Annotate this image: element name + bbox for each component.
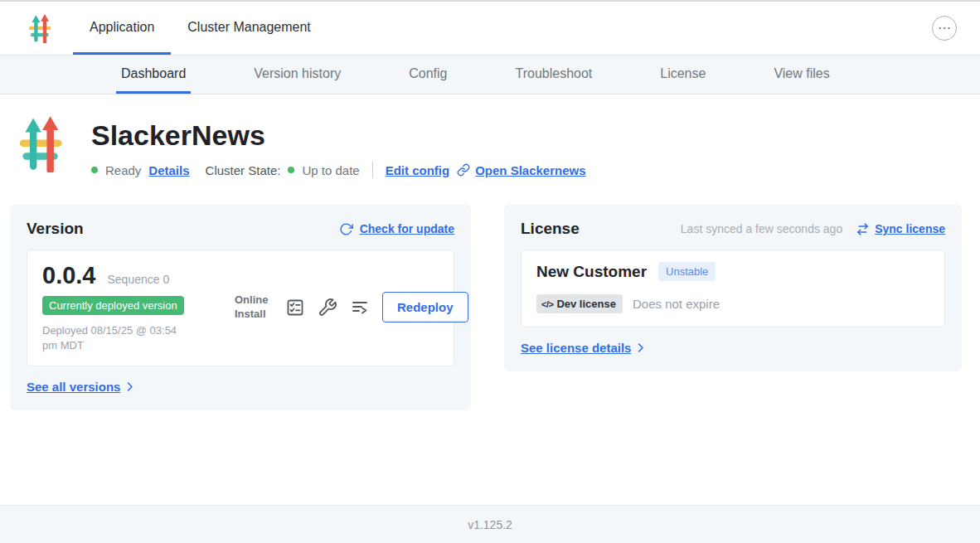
tab-view-files[interactable]: View files <box>769 56 834 94</box>
external-link-icon <box>457 163 470 177</box>
tab-license[interactable]: License <box>655 56 711 94</box>
version-number: 0.0.4 <box>42 262 96 289</box>
slackernews-logo-icon <box>28 14 53 43</box>
check-for-update-label: Check for update <box>360 222 454 235</box>
edit-config-link[interactable]: Edit config <box>386 163 450 177</box>
last-synced-label: Last synced a few seconds ago <box>681 222 842 235</box>
tab-version-history[interactable]: Version history <box>249 56 346 94</box>
app-header-bar: Application Cluster Management ⋯ <box>0 2 980 55</box>
license-type-badge: </> Dev license <box>536 294 623 313</box>
open-app-link-label: Open Slackernews <box>475 163 585 177</box>
cluster-state-label: Cluster State: <box>206 163 281 177</box>
check-for-update-link[interactable]: Check for update <box>339 222 454 236</box>
expiry-label: Does not expire <box>633 297 720 311</box>
tab-config[interactable]: Config <box>404 56 452 94</box>
page-title: SlackerNews <box>91 119 586 152</box>
see-all-versions-link[interactable]: See all versions <box>27 380 454 394</box>
version-card: Version Check for update 0.0.4 <box>10 205 471 410</box>
tab-application[interactable]: Application <box>73 2 171 55</box>
app-status-row: Ready Details Cluster State: Up to date … <box>91 162 586 178</box>
version-card-title: Version <box>27 220 84 238</box>
cluster-state-dot <box>288 167 294 173</box>
status-divider <box>372 162 373 178</box>
refresh-icon <box>339 222 353 236</box>
license-type-label: Dev license <box>556 298 616 310</box>
deployed-badge: Currently deployed version <box>42 296 184 315</box>
ready-status-dot <box>91 167 98 173</box>
tab-dashboard[interactable]: Dashboard <box>116 56 191 94</box>
details-link[interactable]: Details <box>148 163 189 177</box>
release-notes-icon[interactable] <box>285 298 305 318</box>
sequence-label: Sequence 0 <box>108 273 170 286</box>
app-icon <box>18 116 66 178</box>
customer-name: New Customer <box>536 263 647 281</box>
chevron-right-icon <box>124 381 136 393</box>
license-card-title: License <box>521 220 580 238</box>
dashboard-main: SlackerNews Ready Details Cluster State:… <box>0 95 980 505</box>
deploy-logs-icon[interactable] <box>350 298 370 318</box>
license-details-panel: New Customer Unstable </> Dev license Do… <box>521 250 945 327</box>
code-icon: </> <box>541 299 553 309</box>
app-title-block: SlackerNews Ready Details Cluster State:… <box>18 116 970 178</box>
config-wrench-icon[interactable] <box>318 298 337 318</box>
tab-troubleshoot[interactable]: Troubleshoot <box>510 56 597 94</box>
see-license-details-link[interactable]: See license details <box>521 341 945 355</box>
see-license-details-label: See license details <box>521 341 631 355</box>
console-version-label: v1.125.2 <box>468 518 512 531</box>
cluster-state-value: Up to date <box>302 163 359 177</box>
ready-status-label: Ready <box>105 163 141 177</box>
see-all-versions-label: See all versions <box>27 380 120 394</box>
app-subnav: Dashboard Version history Config Trouble… <box>0 55 980 95</box>
redeploy-button[interactable]: Redeploy <box>382 292 468 322</box>
sync-license-link[interactable]: Sync license <box>856 222 945 236</box>
sync-license-label: Sync license <box>875 222 945 235</box>
channel-badge: Unstable <box>658 262 716 281</box>
more-options-button[interactable]: ⋯ <box>932 16 957 41</box>
tab-cluster-management[interactable]: Cluster Management <box>171 2 327 55</box>
app-footer: v1.125.2 <box>0 505 980 543</box>
deployed-timestamp: Deployed 08/15/25 @ 03:54 pm MDT <box>42 323 183 352</box>
current-version-panel: 0.0.4 Sequence 0 Currently deployed vers… <box>27 250 454 366</box>
install-type-label: Online Install <box>235 293 273 321</box>
open-app-link[interactable]: Open Slackernews <box>457 163 585 177</box>
chevron-right-icon <box>634 342 647 354</box>
license-card: License Last synced a few seconds ago <box>504 205 962 371</box>
sync-arrows-icon <box>856 222 870 236</box>
